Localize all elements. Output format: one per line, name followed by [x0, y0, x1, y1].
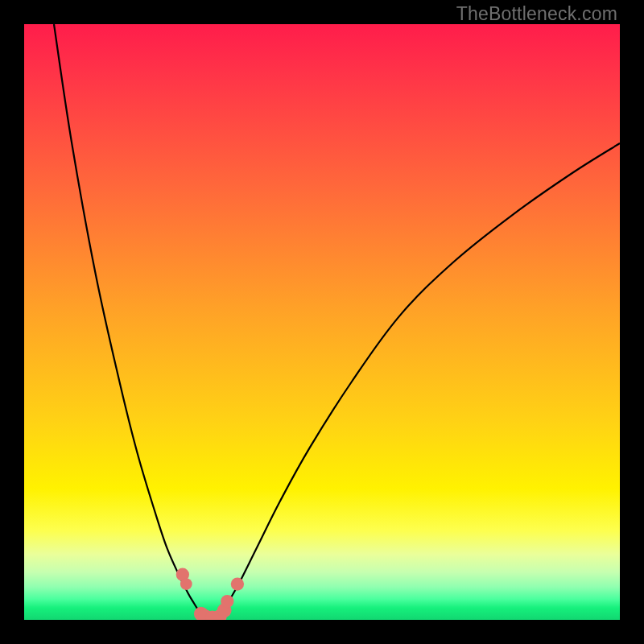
curve-left [54, 24, 203, 617]
chart-svg [24, 24, 620, 620]
data-point [221, 595, 233, 608]
outer-frame: TheBottleneck.com [0, 0, 644, 644]
curve-right [221, 143, 620, 617]
data-point [180, 578, 192, 590]
plot-area [24, 24, 620, 620]
watermark-text: TheBottleneck.com [456, 3, 617, 25]
data-point [231, 577, 244, 590]
